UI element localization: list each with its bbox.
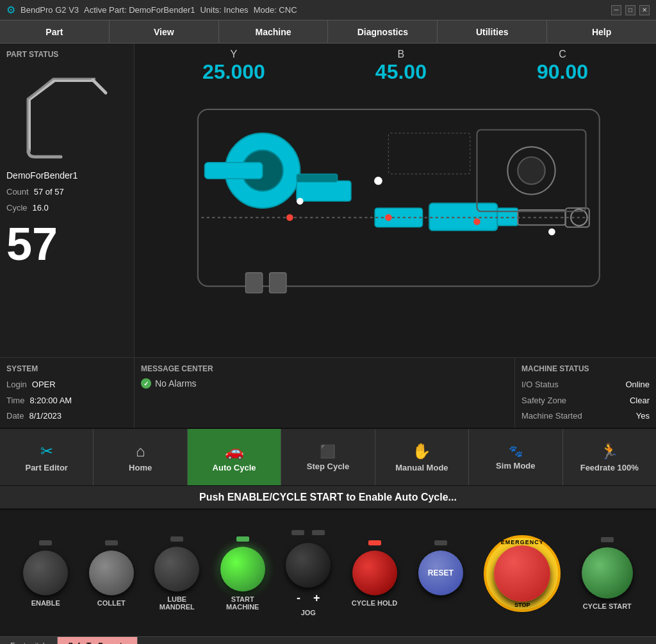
lube-mandrel-control: LUBE MANDREL <box>154 536 199 611</box>
system-title: SYSTEM <box>6 364 127 373</box>
enable-button[interactable] <box>23 551 68 595</box>
message-text: No Alarms <box>155 378 197 389</box>
bottom-panel: ENABLE COLLET LUBE MANDREL START MACHINE… <box>0 508 656 636</box>
menu-diagnostics[interactable]: Diagnostics <box>328 20 438 43</box>
started-label: Machine Started <box>521 408 582 424</box>
b-label: B <box>375 49 427 60</box>
collet-label: COLLET <box>97 599 126 607</box>
login-row: Login OPER <box>6 377 127 393</box>
lube-indicator <box>170 536 183 542</box>
menu-part[interactable]: Part <box>0 20 110 43</box>
b-value: 45.00 <box>375 60 427 84</box>
step-cycle-label: Step Cycle <box>307 462 349 471</box>
home-label: Home <box>129 463 152 472</box>
titlebar: ⚙ BendPro G2 V3 Active Part: DemoForBend… <box>0 0 656 20</box>
svg-point-19 <box>297 198 304 205</box>
manual-mode-icon: ✋ <box>412 442 431 460</box>
login-label: Login <box>6 377 27 393</box>
system-panel: SYSTEM Login OPER Time 8:20:00 AM Date 8… <box>0 358 135 428</box>
started-value: Yes <box>636 408 650 424</box>
svg-point-24 <box>518 157 545 184</box>
svg-rect-0 <box>164 89 627 307</box>
time-label: Time <box>6 393 24 409</box>
toolbar-feedrate[interactable]: 🏃 Feedrate 100% <box>563 429 656 485</box>
jog-plus-indicator <box>312 530 325 535</box>
message-panel: MESSAGE CENTER ✓ No Alarms <box>135 358 515 428</box>
toolbar-home[interactable]: ⌂ Home <box>94 429 187 485</box>
toolbar-manual-mode[interactable]: ✋ Manual Mode <box>375 429 469 485</box>
sim-mode-icon: 🐾 <box>509 444 523 458</box>
menu-utilities[interactable]: Utilities <box>438 20 547 43</box>
machine-status-title: MACHINE STATUS <box>521 364 650 373</box>
maximize-button[interactable]: □ <box>625 5 636 15</box>
message-center-title: MESSAGE CENTER <box>141 364 508 373</box>
svg-point-18 <box>473 218 480 225</box>
left-panel: PART STATUS DemoForBender1 Count 57 of 5… <box>0 44 135 357</box>
estop-button[interactable]: EMERGENCY STOP <box>484 535 561 612</box>
start-machine-control: START MACHINE <box>220 536 265 611</box>
collet-button[interactable] <box>89 551 134 595</box>
message-bar: Push ENABLE/CYCLE START to Enable Auto C… <box>0 485 656 508</box>
cycle-label: Cycle <box>6 200 28 216</box>
part-editor-label: Part Editor <box>25 463 67 472</box>
axis-b: B 45.00 <box>375 49 427 84</box>
login-value: OPER <box>32 377 56 393</box>
cycle-start-label: CYCLE START <box>583 602 632 610</box>
estop-inner-button[interactable] <box>494 545 550 602</box>
enable-indicator <box>39 540 52 545</box>
auto-cycle-icon: 🚗 <box>225 442 244 460</box>
safety-zone-row: Safety Zone Clear <box>521 393 650 409</box>
cycle-start-indicator <box>601 537 614 542</box>
toolbar-auto-cycle[interactable]: 🚗 Auto Cycle <box>188 429 281 485</box>
count-value: 57 of 57 <box>34 184 64 200</box>
cycle-start-button[interactable] <box>582 547 633 599</box>
io-label: I/O Status <box>521 377 559 393</box>
reset-button[interactable]: RESET <box>418 551 463 595</box>
y-value: 25.000 <box>202 60 265 84</box>
reset-control: RESET R <box>418 540 463 607</box>
toolbar-part-editor[interactable]: ✂ Part Editor <box>0 429 94 485</box>
menu-view[interactable]: View <box>110 20 219 43</box>
minimize-button[interactable]: ─ <box>611 5 621 15</box>
io-status-row: I/O Status Online <box>521 377 650 393</box>
axis-y: Y 25.000 <box>202 49 265 84</box>
toolbar-step-cycle[interactable]: ⬛ Step Cycle <box>281 429 375 485</box>
safety-value: Clear <box>630 393 650 409</box>
status-area: SYSTEM Login OPER Time 8:20:00 AM Date 8… <box>0 357 656 428</box>
time-value: 8:20:00 AM <box>29 393 72 409</box>
close-button[interactable]: ✕ <box>639 5 650 15</box>
footswitch-status: Footswitch <box>0 637 58 644</box>
y-label: Y <box>202 49 265 60</box>
jog-controls: - + <box>297 592 320 605</box>
mode: Mode: CNC <box>254 5 297 15</box>
collet-control: COLLET <box>89 540 134 607</box>
menu-machine[interactable]: Machine <box>219 20 329 43</box>
manual-mode-label: Manual Mode <box>395 463 448 472</box>
start-machine-button[interactable] <box>220 547 265 592</box>
estop-control: EMERGENCY STOP <box>484 535 561 612</box>
cycle-start-control: CYCLE START <box>582 537 633 610</box>
menubar: Part View Machine Diagnostics Utilities … <box>0 20 656 44</box>
jog-button[interactable] <box>286 543 331 588</box>
center-panel: Y 25.000 B 45.00 C 90.00 <box>135 44 656 357</box>
message-bar-text: Push ENABLE/CYCLE START to Enable Auto C… <box>199 492 457 503</box>
safe-to-operate-status: Safe To Operate <box>58 637 137 644</box>
lube-button[interactable] <box>154 547 199 592</box>
alarm-indicator: ✓ <box>141 378 151 389</box>
jog-minus[interactable]: - <box>297 592 300 605</box>
lube-label: LUBE MANDREL <box>160 595 195 611</box>
svg-rect-6 <box>297 174 338 182</box>
count-label: Count <box>6 184 29 200</box>
toolbar: ✂ Part Editor ⌂ Home 🚗 Auto Cycle ⬛ Step… <box>0 428 656 485</box>
jog-plus[interactable]: + <box>313 592 320 605</box>
svg-rect-5 <box>297 181 351 201</box>
svg-point-16 <box>286 214 293 221</box>
machine-status-panel: MACHINE STATUS I/O Status Online Safety … <box>515 358 656 428</box>
menu-help[interactable]: Help <box>547 20 656 43</box>
machine-started-row: Machine Started Yes <box>521 408 650 424</box>
big-count: 57 <box>6 221 127 267</box>
io-value: Online <box>625 377 650 393</box>
part-status-label: PART STATUS <box>6 50 127 59</box>
cycle-hold-button[interactable] <box>352 551 397 595</box>
toolbar-sim-mode[interactable]: 🐾 Sim Mode <box>469 429 562 485</box>
